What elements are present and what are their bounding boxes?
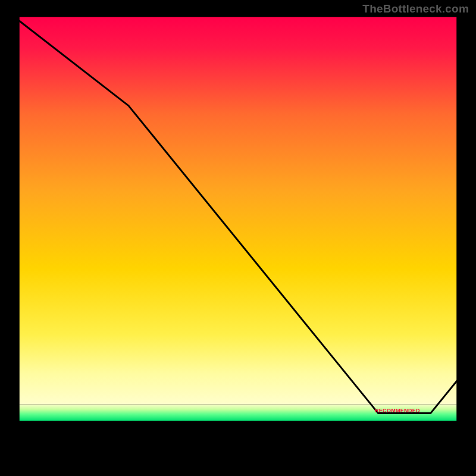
recommended-label: RECOMMENDED xyxy=(375,408,420,414)
attribution-text: TheBottleneck.com xyxy=(362,2,469,15)
chart-svg xyxy=(0,0,476,476)
plot-gradient xyxy=(20,17,457,405)
chart-root: { "attribution": "TheBottleneck.com", "c… xyxy=(0,0,476,476)
